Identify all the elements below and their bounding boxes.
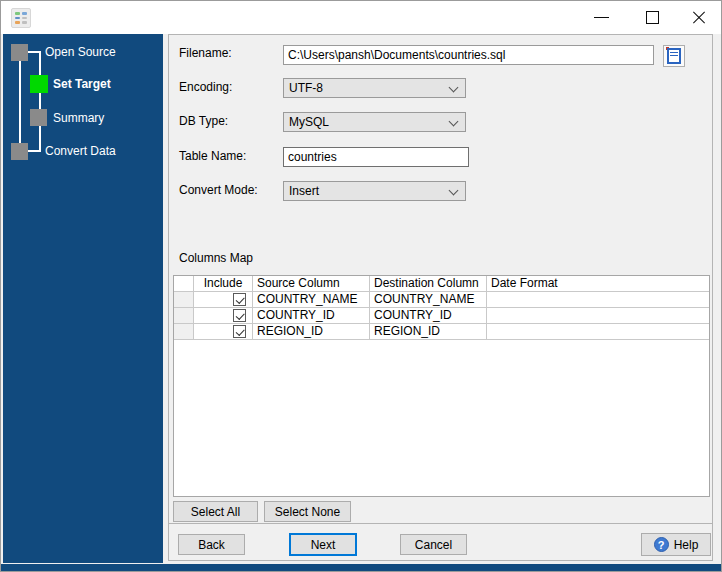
maximize-button[interactable] (633, 1, 671, 34)
include-checkbox[interactable] (233, 293, 246, 306)
table-name-label: Table Name: (179, 149, 246, 164)
wizard-steps-sidebar: Open Source Set Target Summary Convert D… (3, 34, 163, 563)
chevron-down-icon (449, 186, 459, 196)
table-row: COUNTRY_ID COUNTRY_ID (174, 308, 709, 324)
step-connector-line (27, 51, 41, 53)
destination-column-cell: COUNTRY_NAME (370, 292, 487, 308)
source-column-cell: REGION_ID (253, 324, 370, 340)
source-column-cell: COUNTRY_NAME (253, 292, 370, 308)
destination-column-cell: REGION_ID (370, 324, 487, 340)
converter-wizard-window: Open Source Set Target Summary Convert D… (0, 0, 722, 572)
step-indicator-convert-data (11, 143, 28, 160)
back-button[interactable]: Back (178, 534, 245, 555)
help-icon: ? (654, 537, 669, 552)
columns-map-grid: Include Source Column Destination Column… (173, 275, 710, 497)
browse-file-button[interactable] (663, 45, 685, 67)
include-cell (194, 324, 253, 340)
filename-input[interactable] (283, 45, 654, 65)
document-icon (667, 48, 681, 64)
sidebar-step-set-target: Set Target (53, 77, 111, 91)
convert-mode-label: Convert Mode: (179, 183, 258, 198)
sidebar-step-summary: Summary (53, 111, 104, 125)
app-icon-cell (22, 21, 27, 24)
next-button[interactable]: Next (289, 533, 357, 556)
app-icon-cell (15, 21, 20, 24)
sidebar-step-convert-data: Convert Data (45, 144, 116, 158)
app-icon-cell (15, 12, 20, 15)
app-icon-cell (22, 12, 27, 15)
encoding-value: UTF-8 (289, 81, 323, 95)
destination-column-cell: COUNTRY_ID (370, 308, 487, 324)
help-button-label: Help (674, 538, 699, 552)
include-checkbox[interactable] (233, 325, 246, 338)
include-checkbox[interactable] (233, 309, 246, 322)
step-indicator-set-target (30, 75, 48, 93)
col-header-destination: Destination Column (370, 276, 487, 292)
grid-corner-cell (174, 276, 194, 292)
sidebar-step-open-source: Open Source (45, 45, 116, 59)
chevron-down-icon (449, 117, 459, 127)
db-type-label: DB Type: (179, 114, 228, 129)
col-header-include: Include (194, 276, 253, 292)
table-row: COUNTRY_NAME COUNTRY_NAME (174, 292, 709, 308)
app-icon-cell (22, 17, 27, 20)
cancel-button[interactable]: Cancel (400, 534, 467, 555)
date-format-cell[interactable] (487, 324, 709, 340)
help-button[interactable]: ? Help (641, 533, 711, 556)
col-header-date-format: Date Format (487, 276, 709, 292)
grid-header-row: Include Source Column Destination Column… (174, 276, 709, 292)
row-selector[interactable] (174, 292, 194, 308)
convert-mode-value: Insert (289, 184, 319, 198)
step-connector-line (19, 61, 21, 144)
app-icon (11, 8, 31, 28)
step-indicator-open-source (11, 44, 28, 61)
col-header-source: Source Column (253, 276, 370, 292)
columns-map-title: Columns Map (179, 251, 253, 265)
include-cell (194, 308, 253, 324)
row-selector[interactable] (174, 308, 194, 324)
minimize-icon (594, 17, 609, 18)
panel-divider (169, 523, 712, 524)
step-connector-line (27, 150, 41, 152)
db-type-value: MySQL (289, 115, 329, 129)
titlebar (1, 1, 721, 34)
row-selector[interactable] (174, 324, 194, 340)
chevron-down-icon (449, 83, 459, 93)
convert-mode-select[interactable]: Insert (283, 181, 466, 201)
filename-label: Filename: (179, 46, 232, 61)
select-none-button[interactable]: Select None (264, 501, 351, 522)
table-row: REGION_ID REGION_ID (174, 324, 709, 340)
step-connector-line (39, 51, 41, 152)
app-icon-cell (15, 17, 20, 20)
source-column-cell: COUNTRY_ID (253, 308, 370, 324)
bottom-accent-strip (1, 564, 721, 571)
maximize-icon (646, 11, 659, 24)
select-all-button[interactable]: Select All (173, 501, 258, 522)
include-cell (194, 292, 253, 308)
table-name-input[interactable] (283, 147, 469, 167)
date-format-cell[interactable] (487, 308, 709, 324)
date-format-cell[interactable] (487, 292, 709, 308)
minimize-button[interactable] (583, 1, 621, 34)
step-indicator-summary (30, 109, 47, 126)
close-button[interactable] (679, 1, 717, 34)
encoding-select[interactable]: UTF-8 (283, 78, 466, 98)
set-target-panel: Filename: Encoding: UTF-8 DB Type: MySQL… (168, 34, 713, 561)
db-type-select[interactable]: MySQL (283, 112, 466, 132)
encoding-label: Encoding: (179, 80, 232, 95)
